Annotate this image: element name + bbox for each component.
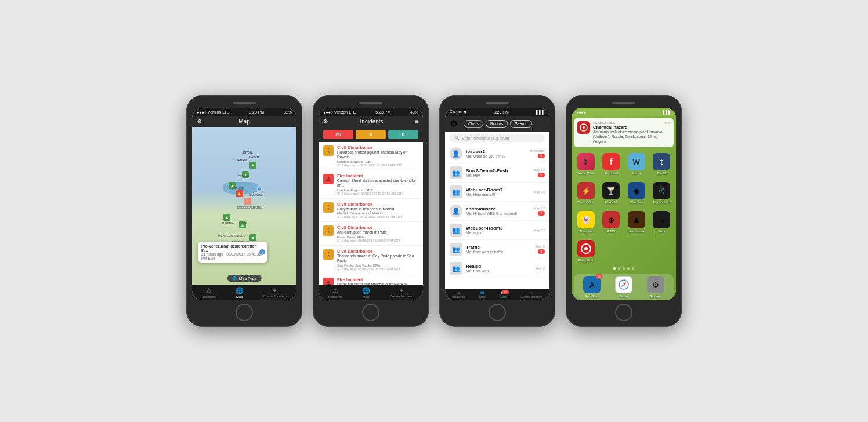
country-label-2: LATVIA (249, 155, 260, 159)
map-marker-6[interactable]: ▲ (223, 214, 230, 221)
tab-rooms[interactable]: Rooms (486, 120, 508, 128)
map-type-button[interactable]: 🌐 Map Type (227, 275, 262, 282)
incidents-counters: 25 0 0 (319, 127, 423, 142)
gear-icon-map[interactable]: ⚙ (197, 118, 202, 125)
map-marker-4[interactable]: 🔥 (236, 190, 243, 197)
dock-safari[interactable]: Safari (615, 276, 632, 298)
popup-info-btn[interactable]: i (259, 249, 265, 255)
chat-item-1[interactable]: 👥 Sow2-Demo2-Push Me: Hey May 24 5 (445, 163, 549, 183)
warning-icon-inc: ⚠ (332, 287, 338, 294)
gear-icon-chat[interactable]: ⚙ (450, 118, 458, 129)
incident-item-1[interactable]: ⚠ Fire Incident Cannon Street station ev… (319, 170, 423, 199)
map-marker-1[interactable]: ▲ (249, 162, 256, 169)
tab-create-chat[interactable]: + Create Incident (520, 291, 542, 299)
popup-subtitle: 21 hours ago · 05/17/2017 05:41:32 PM ED… (201, 252, 264, 260)
incident-content-2: Civil Disturbance Rally to take in refug… (337, 202, 418, 219)
tab-create-map[interactable]: + Create Incident (263, 287, 287, 299)
incident-icon-3: 🚶 (323, 225, 334, 236)
tab-create-inc[interactable]: + Create Incident (389, 287, 413, 299)
chat-item-3[interactable]: 👤 androiduser2 Me: Hi from WEB!!! to and… (445, 202, 549, 221)
tab-incidents-map[interactable]: ⚠ Incidents (202, 287, 216, 299)
map-title: Map (238, 118, 249, 125)
tab-incidents-inc[interactable]: ⚠ Incidents (328, 287, 342, 299)
speaker-3 (486, 102, 509, 104)
chat-item-6[interactable]: 👥 Realjid Me: from web May 2 (445, 259, 549, 278)
tab-map-chat[interactable]: 🌐 Map (479, 291, 486, 299)
tab-chats[interactable]: Chats (464, 120, 483, 128)
safari-icon (615, 276, 632, 293)
home-button-1[interactable] (236, 304, 253, 321)
search-bar-chat[interactable]: 🔍 Enter keywords (e.g. chat) (450, 134, 545, 142)
map-marker-5[interactable]: ! (244, 198, 251, 205)
app-clearsea[interactable]: ◉ ClearSea (625, 182, 648, 204)
tumblr-label: Tumblr (657, 172, 667, 175)
tab-incidents-chat[interactable]: ⚠ Incidents (452, 291, 465, 299)
country-label-9: ALGERIA (221, 221, 234, 225)
app-planetrisk[interactable]: PlanetRisk (575, 240, 597, 262)
home-button-4[interactable] (615, 304, 632, 321)
app-hearthstone[interactable]: ♟ Hearthstone (625, 211, 648, 233)
location-pin (257, 187, 262, 191)
app-aims[interactable]: ⊕ AIMS (601, 211, 623, 233)
menu-icon-incidents[interactable]: ≡ (415, 118, 418, 125)
incident-item-4[interactable]: 🚶 Civil Disturbance Thousands march at G… (319, 246, 423, 274)
incident-item-5[interactable]: ⚠ Fire Incident Large fire burns the Mar… (319, 274, 423, 285)
app-shakestir[interactable]: 🍸 ShakeStir (601, 182, 623, 204)
counter-green[interactable]: 0 (388, 130, 418, 139)
phone-map: ●●●○ Verizon LTE 3:23 PM 82% ⚙ Map ▲ ▲ ▲… (186, 95, 302, 327)
home-button-2[interactable] (362, 304, 379, 321)
tab-label-map: Map (236, 295, 243, 299)
tab-label-inc: Incidents (328, 295, 342, 299)
incident-type-5: Fire Incident (337, 277, 418, 282)
snapchat-icon: 👻 (577, 211, 595, 228)
globe-icon-tab: 🌐 (236, 287, 244, 294)
app-flipboard[interactable]: f Flipboard (601, 153, 623, 175)
incident-item-0[interactable]: 🚶 Civil Disturbance Hundreds protest aga… (319, 142, 423, 170)
incident-item-2[interactable]: 🚶 Civil Disturbance Rally to take in ref… (319, 199, 423, 222)
incident-desc-2: Rally to take in refugees in Madrid (337, 207, 418, 212)
map-popup[interactable]: Pro-Venezuelan demonstration in... 21 ho… (198, 242, 267, 263)
page-dots (572, 265, 676, 271)
chat-item-2[interactable]: 👥 Webuser-Room7 Me: Halo user's!!! May 1… (445, 183, 549, 202)
incident-desc-4: Thousands march at Gay Pride parade in S… (337, 254, 418, 264)
globe-icon-map: 🌐 (232, 276, 237, 281)
gear-icon-incidents[interactable]: ⚙ (323, 118, 328, 125)
incident-icon-4: 🚶 (323, 249, 334, 260)
chat-item-5[interactable]: 👥 Traffic Me: from web to traffic May 2 … (445, 240, 549, 259)
app-anyconnect[interactable]: ⟨/⟩ AnyConnect (651, 182, 673, 204)
map-marker-8[interactable]: ▲ (249, 234, 256, 241)
chat-meta-6: May 2 (536, 267, 545, 270)
app-waze[interactable]: W Waze (625, 153, 648, 175)
hearthstone-label: Hearthstone (628, 230, 645, 233)
chat-item-0[interactable]: 👤 iosuser2 Me: What do you think? Yester… (445, 144, 549, 163)
tab-map-map[interactable]: 🌐 Map (236, 287, 244, 299)
chat-preview-3: Me: Hi from WEB!!! to android! (466, 212, 530, 216)
dot-3 (623, 267, 625, 270)
incident-time-3: ⏱ 1 day ago · 06/18/2017 12:50:50 PM EDT (337, 239, 418, 242)
chat-item-4[interactable]: 👥 Webuser-Room3 Me: again May 17 (445, 221, 549, 240)
notification-banner[interactable]: PLANETRISK now Chemical hazard Ammonia l… (574, 118, 674, 147)
tab-chat-active[interactable]: 💬 Chat 17 (500, 291, 507, 299)
map-body[interactable]: ▲ ▲ ▲ 🔥 ! ▲ ▲ ▲ ESTON. LATVIA LITHUAN. C… (192, 127, 296, 285)
phone-incidents: ●●●○ Verizon LTE 5:23 PM 40% ⚙ Incidents… (313, 95, 429, 327)
app-tumblr[interactable]: t Tumblr (651, 153, 673, 175)
chat-header: ⚙ Chats Rooms Search (445, 116, 549, 132)
counter-orange[interactable]: 0 (356, 130, 386, 139)
voice-polls-label: Voice Polls (578, 172, 594, 175)
tab-search[interactable]: Search (510, 120, 532, 128)
app-snapchat[interactable]: 👻 Snapchat (575, 211, 597, 233)
app-voice-polls[interactable]: 🎙 Voice Polls (575, 153, 597, 175)
dock-appstore[interactable]: A App Store 20 (583, 276, 601, 298)
counter-red[interactable]: 25 (323, 130, 353, 139)
tab-map-inc[interactable]: 🌐 Map (362, 287, 370, 299)
dock-settings[interactable]: ⚙ Settings (647, 276, 664, 298)
app-auxy[interactable]: ♫ Auxy (651, 211, 673, 233)
carrier-incidents: ●●●○ Verizon LTE (323, 110, 356, 114)
svg-point-3 (584, 247, 588, 250)
home-button-3[interactable] (489, 304, 506, 321)
app-crashlytics[interactable]: ⚡ Crashlytics (575, 182, 597, 204)
time-chat: 9:29 PM (494, 110, 509, 114)
incident-item-3[interactable]: 🚶 Civil Disturbance Anti-corruption marc… (319, 222, 423, 245)
chat-meta-2: May 19 (533, 190, 545, 194)
app-grid-row4: PlanetRisk (572, 237, 676, 265)
